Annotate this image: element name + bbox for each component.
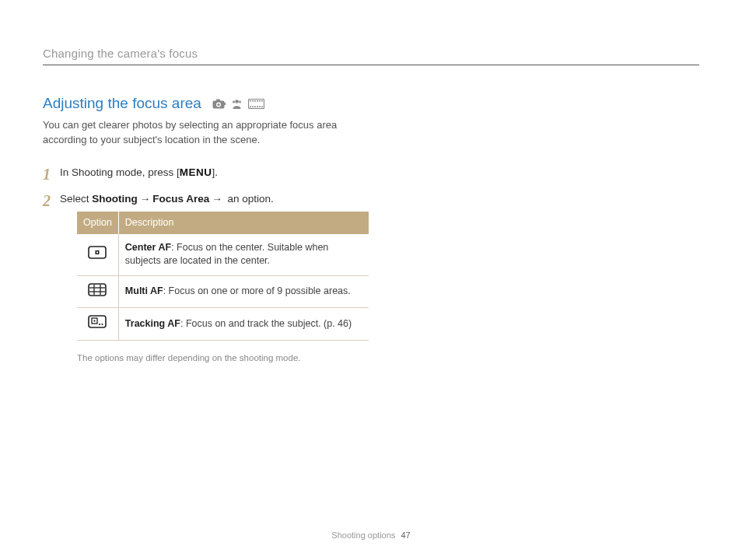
table-cell-desc: Multi AF: Focus on one or more of 9 poss… — [118, 275, 369, 308]
svg-point-5 — [235, 100, 239, 103]
step-2: Select Shooting→Focus Area→ an option. O… — [43, 191, 377, 365]
svg-rect-19 — [259, 106, 261, 107]
table-head-option: Option — [77, 212, 118, 234]
dual-mode-icon — [231, 98, 243, 110]
svg-rect-13 — [259, 100, 261, 102]
svg-point-7 — [239, 100, 241, 103]
svg-rect-9 — [250, 100, 251, 102]
svg-rect-31 — [94, 320, 96, 322]
step-1-text-post: ]. — [212, 166, 219, 178]
page-footer: Shooting options 47 — [0, 530, 742, 540]
table-head-description: Description — [118, 212, 369, 234]
svg-rect-1 — [216, 99, 220, 101]
multi-af-icon — [88, 283, 107, 301]
option-desc: : Focus on and track the subject. (p. 46… — [180, 318, 352, 329]
svg-point-32 — [99, 324, 100, 325]
svg-point-3 — [217, 103, 219, 105]
svg-rect-16 — [252, 106, 254, 107]
svg-point-6 — [233, 100, 235, 103]
step-1-text-pre: In Shooting mode, press [ — [60, 166, 180, 178]
option-name: Tracking AF — [125, 318, 180, 329]
footer-page-number: 47 — [401, 530, 410, 540]
svg-rect-10 — [252, 100, 254, 102]
svg-rect-20 — [261, 106, 263, 107]
svg-rect-12 — [257, 100, 258, 102]
step-2-focus-area: Focus Area — [152, 193, 209, 205]
camera-mode-icon — [212, 99, 226, 109]
svg-rect-15 — [250, 106, 251, 107]
table-cell-desc: Center AF: Focus on the center. Suitable… — [118, 234, 369, 276]
video-mode-icon — [248, 99, 264, 109]
section-title: Adjusting the focus area — [43, 95, 201, 112]
center-af-icon — [88, 246, 107, 264]
table-row: Multi AF: Focus on one or more of 9 poss… — [77, 275, 369, 308]
option-name: Multi AF — [125, 285, 163, 296]
breadcrumb: Changing the camera's focus — [43, 47, 699, 60]
svg-rect-24 — [89, 284, 106, 296]
svg-rect-18 — [257, 106, 258, 107]
svg-point-33 — [102, 324, 103, 325]
options-table: Option Description Cente — [77, 212, 369, 341]
step-2-text-post: an option. — [225, 193, 274, 205]
svg-rect-4 — [224, 103, 226, 105]
footnote: The options may differ depending on the … — [77, 352, 377, 365]
mode-icons-group — [212, 98, 264, 110]
breadcrumb-bar: Changing the camera's focus — [43, 47, 699, 65]
tracking-af-icon — [88, 315, 107, 333]
footer-section-label: Shooting options — [331, 530, 395, 540]
step-2-text-pre: Select — [60, 193, 92, 205]
svg-rect-14 — [261, 100, 263, 102]
intro-text: You can get clearer photos by selecting … — [43, 118, 377, 148]
svg-rect-23 — [96, 252, 98, 254]
arrow-icon: → — [138, 193, 153, 205]
arrow-icon: → — [209, 193, 225, 205]
svg-rect-17 — [254, 106, 256, 107]
table-row: Center AF: Focus on the center. Suitable… — [77, 234, 369, 276]
table-cell-desc: Tracking AF: Focus on and track the subj… — [118, 308, 369, 341]
step-1: In Shooting mode, press [MENU]. — [43, 165, 377, 180]
table-row: Tracking AF: Focus on and track the subj… — [77, 308, 369, 341]
menu-key-label: MENU — [180, 166, 212, 178]
option-name: Center AF — [125, 242, 171, 253]
option-desc: : Focus on one or more of 9 possible are… — [163, 285, 351, 296]
step-2-shooting: Shooting — [92, 193, 137, 205]
svg-rect-11 — [254, 100, 256, 102]
